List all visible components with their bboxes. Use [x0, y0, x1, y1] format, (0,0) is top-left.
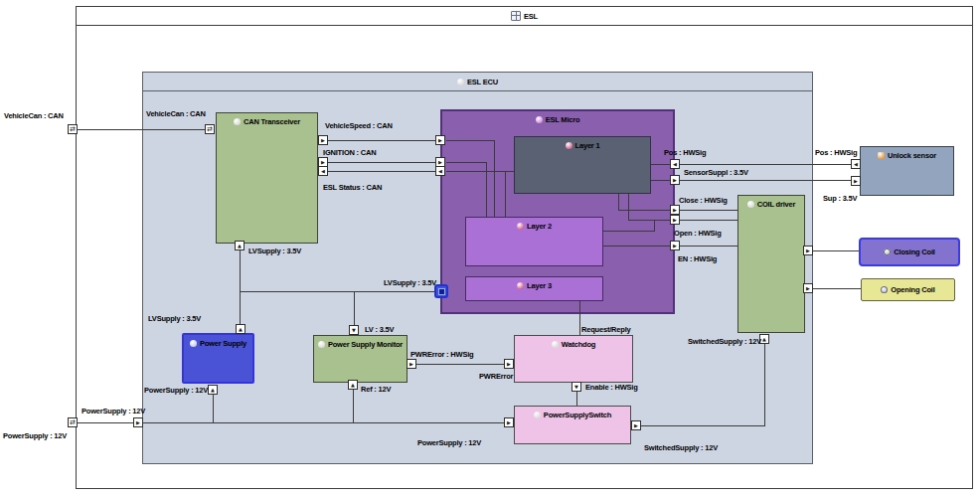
micro-en-port[interactable]: ▶ — [670, 241, 680, 250]
diagram-icon — [511, 11, 521, 21]
us-pos-port[interactable]: ◀ — [851, 159, 861, 169]
cd-close-port[interactable]: ▶ — [803, 246, 813, 255]
block-label: PowerSupplySwitch — [544, 411, 611, 419]
block-title: Watchdog — [515, 340, 632, 349]
sphere-icon — [747, 201, 754, 208]
sensor-icon — [878, 152, 885, 159]
us-sup-port[interactable]: ▶ — [851, 176, 861, 186]
micro-eslstatus-port[interactable]: ◀ — [435, 166, 445, 176]
pss-in-port[interactable]: ▶ — [504, 417, 514, 427]
block-layer-1[interactable]: Layer 1 — [514, 136, 651, 194]
block-unlock-sensor[interactable]: Unlock sensor — [860, 146, 954, 196]
block-power-supply-monitor[interactable]: Power Supply Monitor — [313, 335, 408, 383]
label-pwrerror: PWRError — [479, 372, 513, 381]
label-switchedsupply-bottom: SwitchedSupply : 12V — [644, 443, 718, 452]
micro-close-port[interactable]: ▶ — [670, 205, 680, 215]
block-opening-coil[interactable]: Opening Coil — [861, 278, 955, 301]
frame-vehiclecan-port[interactable]: ⇄ — [68, 124, 78, 134]
label-switchedsupply-cd: SwitchedSupply : 12V — [688, 337, 761, 346]
pss-out-port[interactable]: ▶ — [631, 420, 641, 430]
block-label: Watchdog — [562, 340, 595, 349]
block-title: Opening Coil — [862, 279, 954, 300]
block-label: Opening Coil — [891, 285, 934, 294]
sphere-icon — [190, 340, 197, 347]
block-title: ESL ECU — [457, 78, 498, 86]
block-label: ESL — [524, 12, 538, 21]
frame-powersupply-port[interactable]: ⇄ — [68, 417, 78, 427]
micro-sensorsuppl-port[interactable]: ▶ — [670, 175, 680, 185]
block-label: Layer 1 — [575, 141, 600, 150]
label-pos-micro: Pos : HWSig — [664, 148, 706, 157]
title-lane: ESL — [77, 7, 972, 26]
block-title: PowerSupplySwitch — [515, 411, 630, 419]
sphere-icon — [536, 116, 543, 123]
psm-ref-port[interactable]: ▲ — [348, 380, 358, 390]
micro-open-port[interactable]: ▶ — [670, 215, 680, 225]
block-title: CAN Transceiver — [217, 117, 317, 126]
block-label: Power Supply — [200, 339, 246, 348]
block-label: Layer 3 — [527, 281, 552, 290]
block-title: Closing Coil — [861, 240, 958, 264]
label-sup: Sup : 3.5V — [823, 194, 857, 203]
label-sensorsuppl: SensorSuppl : 3.5V — [684, 168, 748, 177]
block-title: Power Supply — [184, 339, 252, 348]
block-label: CAN Transceiver — [244, 117, 300, 126]
block-label: Power Supply Monitor — [328, 340, 403, 349]
label-powersupply-ecu: PowerSupply : 12V — [82, 407, 145, 415]
wd-enable-port[interactable]: ▼ — [572, 382, 581, 392]
coil-icon — [884, 248, 891, 255]
ct-eslstatus-port[interactable]: ◀ — [318, 166, 328, 176]
psm-pwrerror-port[interactable]: ▶ — [407, 359, 416, 369]
block-title: Unlock sensor — [861, 151, 953, 160]
block-label: Unlock sensor — [888, 151, 936, 160]
sphere-icon — [234, 118, 241, 125]
block-label: COIL driver — [757, 200, 796, 209]
label-open: Open : HWSig — [674, 229, 722, 238]
ecu-powersupply-port[interactable]: ▶ — [133, 417, 143, 427]
wd-pwrerror-port[interactable]: ▶ — [504, 359, 514, 369]
ibd-canvas: ESLESL ECUCAN TransceiverESL MicroLayer … — [0, 0, 980, 496]
block-title: ESL Micro — [442, 115, 673, 124]
ct-vehiclecan-port[interactable]: ⇄ — [205, 124, 215, 134]
label-ref: Ref : 12V — [361, 385, 391, 394]
label-powersupply-ps: PowerSupply : 12V — [144, 386, 208, 395]
block-label: Layer 2 — [527, 222, 552, 231]
block-title: ESL — [511, 11, 538, 21]
block-title: COIL driver — [738, 200, 804, 209]
label-ignition: IGNITION : CAN — [323, 148, 376, 157]
block-power-supply[interactable]: Power Supply — [182, 333, 254, 384]
ct-vehiclespeed-port[interactable]: ▶ — [318, 135, 328, 145]
label-close: Close : HWSig — [679, 196, 728, 205]
micro-vehiclespeed-port[interactable]: ▶ — [435, 135, 445, 145]
sphere-icon — [457, 79, 464, 85]
label-request-reply: Request/Reply — [581, 325, 631, 334]
label-vehiclespeed: VehicleSpeed : CAN — [325, 121, 393, 130]
block-power-supply-switch[interactable]: PowerSupplySwitch — [514, 406, 631, 444]
block-can-transceiver[interactable]: CAN Transceiver — [216, 112, 318, 244]
block-closing-coil[interactable]: Closing Coil — [859, 238, 960, 266]
label-vehiclecan-outer: VehicleCan : CAN — [4, 111, 64, 120]
ct-lvsupply-port[interactable]: ▲ — [235, 241, 245, 250]
label-lv: LV : 3.5V — [365, 325, 394, 334]
block-layer-3[interactable]: Layer 3 — [465, 276, 603, 301]
block-title: Layer 1 — [515, 141, 650, 150]
micro-pos-port[interactable]: ◀ — [670, 159, 680, 169]
title-lane: ESL ECU — [143, 73, 812, 91]
block-layer-2[interactable]: Layer 2 — [465, 217, 603, 266]
sphere-icon — [534, 412, 541, 418]
coil-icon — [881, 286, 888, 293]
block-title: Layer 2 — [466, 222, 602, 231]
psm-lv-port[interactable]: ▼ — [349, 325, 359, 335]
block-title: Power Supply Monitor — [314, 340, 407, 349]
cd-open-port[interactable]: ▶ — [803, 283, 813, 293]
label-lvsupply-left: LVSupply : 3.5V — [148, 314, 201, 323]
ps-12v-port[interactable]: ▲ — [208, 385, 218, 395]
label-eslstatus: ESL Status : CAN — [323, 183, 382, 192]
label-lvsupply-ct: LVSupply : 3.5V — [248, 247, 301, 255]
block-coil-driver[interactable]: COIL driver — [737, 195, 805, 333]
block-watchdog[interactable]: Watchdog — [514, 335, 633, 383]
label-enable: Enable : HWSig — [585, 383, 638, 392]
label-powersupply-outer: PowerSupply : 12V — [3, 431, 67, 440]
ps-lv-port[interactable]: ▲ — [236, 324, 245, 334]
sphere-icon — [318, 341, 325, 348]
